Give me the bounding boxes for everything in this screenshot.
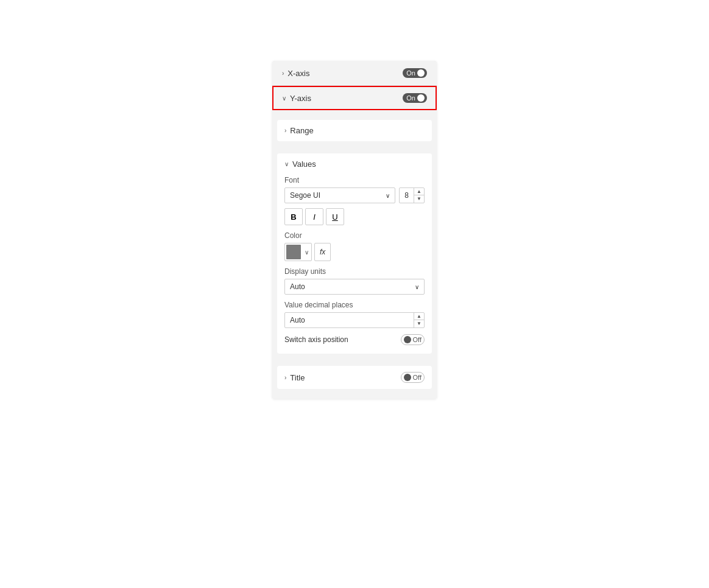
- xaxis-toggle-label: On: [406, 69, 415, 77]
- decimal-places-down-button[interactable]: ▼: [414, 320, 424, 327]
- font-size-arrows: ▲ ▼: [414, 188, 424, 203]
- display-units-value: Auto: [290, 282, 305, 291]
- bold-button[interactable]: B: [284, 208, 303, 225]
- title-header[interactable]: › Title Off: [284, 372, 425, 383]
- decimal-places-up-button[interactable]: ▲: [414, 313, 424, 320]
- range-section: › Range: [277, 120, 432, 141]
- display-units-group: Display units Auto ∨: [284, 267, 425, 295]
- format-panel: › X-axis On ∨ Y-axis On › Range ∨ Values: [272, 61, 437, 399]
- title-toggle-label: Off: [413, 374, 422, 381]
- switch-axis-toggle-circle: [404, 336, 411, 343]
- yaxis-toggle-label: On: [406, 94, 415, 102]
- switch-axis-toggle-label: Off: [413, 336, 422, 343]
- values-section: ∨ Values Font Segoe UI ∨ 8 ▲ ▼: [277, 153, 432, 354]
- values-chevron-down-icon: ∨: [284, 161, 289, 167]
- font-size-value: 8: [400, 189, 414, 202]
- font-size-box: 8 ▲ ▼: [399, 187, 425, 203]
- xaxis-toggle-circle: [417, 69, 425, 77]
- decimal-places-arrows: ▲ ▼: [414, 313, 424, 327]
- color-chevron-icon: ∨: [302, 249, 311, 256]
- format-row: B I U: [284, 208, 425, 225]
- switch-axis-label: Switch axis position: [284, 335, 348, 344]
- display-units-select[interactable]: Auto ∨: [284, 279, 425, 295]
- font-row: Segoe UI ∨ 8 ▲ ▼: [284, 187, 425, 203]
- spacer-1: [272, 110, 437, 115]
- color-label: Color: [284, 231, 425, 240]
- values-header[interactable]: ∨ Values: [284, 159, 425, 169]
- decimal-places-label: Value decimal places: [284, 301, 425, 309]
- color-swatch-box[interactable]: ∨: [284, 243, 312, 261]
- xaxis-section-header[interactable]: › X-axis On: [272, 61, 437, 85]
- color-row: ∨ fx: [284, 243, 425, 261]
- title-label: Title: [290, 373, 305, 382]
- xaxis-label: X-axis: [287, 69, 309, 78]
- font-family-value: Segoe UI: [290, 191, 320, 200]
- font-size-down-button[interactable]: ▼: [414, 195, 424, 203]
- spacer-4: [272, 394, 437, 399]
- range-label: Range: [290, 126, 313, 135]
- spacer-2: [272, 146, 437, 149]
- switch-axis-row: Switch axis position Off: [284, 334, 425, 345]
- yaxis-toggle[interactable]: On: [403, 93, 427, 103]
- italic-button[interactable]: I: [305, 208, 323, 225]
- title-chevron-right-icon: ›: [284, 374, 286, 381]
- xaxis-toggle[interactable]: On: [403, 68, 427, 78]
- underline-button[interactable]: U: [326, 208, 344, 225]
- xaxis-chevron-right-icon: ›: [282, 70, 284, 77]
- display-units-chevron-icon: ∨: [415, 284, 419, 290]
- title-toggle-circle: [404, 374, 411, 381]
- switch-axis-toggle[interactable]: Off: [401, 334, 425, 345]
- font-label: Font: [284, 176, 425, 184]
- font-group: Font Segoe UI ∨ 8 ▲ ▼ B I U: [284, 176, 425, 225]
- font-size-up-button[interactable]: ▲: [414, 188, 424, 195]
- xaxis-header-left: › X-axis: [282, 69, 309, 78]
- decimal-places-value: Auto: [285, 313, 414, 327]
- color-group: Color ∨ fx: [284, 231, 425, 261]
- spacer-3: [272, 359, 437, 361]
- yaxis-toggle-circle: [417, 94, 425, 102]
- font-family-chevron-icon: ∨: [386, 192, 390, 199]
- values-label: Values: [292, 159, 316, 169]
- display-units-label: Display units: [284, 267, 425, 276]
- color-swatch: [286, 245, 301, 259]
- yaxis-section-header[interactable]: ∨ Y-axis On: [272, 86, 437, 110]
- title-toggle[interactable]: Off: [401, 372, 425, 383]
- decimal-places-spinner: Auto ▲ ▼: [284, 312, 425, 328]
- title-header-left: › Title: [284, 373, 305, 382]
- fx-button[interactable]: fx: [314, 243, 331, 261]
- title-section: › Title Off: [277, 366, 432, 389]
- decimal-places-group: Value decimal places Auto ▲ ▼: [284, 301, 425, 328]
- range-header[interactable]: › Range: [284, 126, 425, 135]
- yaxis-label: Y-axis: [290, 94, 311, 103]
- font-family-select[interactable]: Segoe UI ∨: [284, 187, 395, 203]
- yaxis-header-left: ∨ Y-axis: [282, 94, 311, 103]
- yaxis-chevron-down-icon: ∨: [282, 95, 286, 102]
- range-chevron-right-icon: ›: [284, 127, 286, 134]
